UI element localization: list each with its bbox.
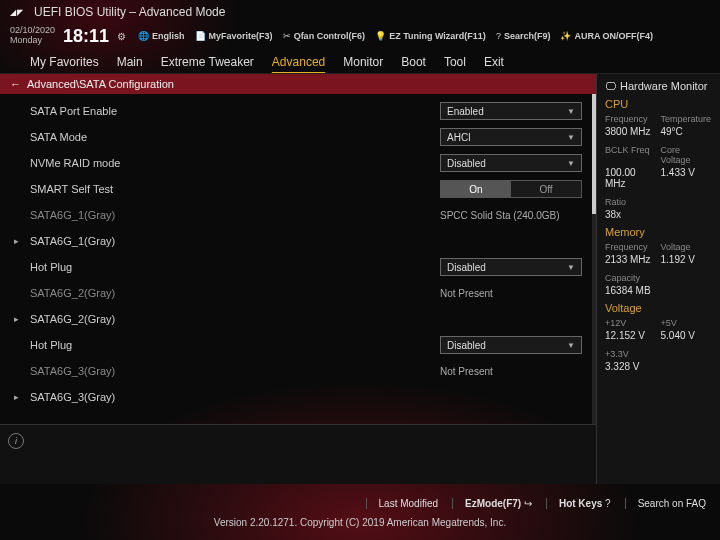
back-arrow-icon[interactable]: ← — [10, 78, 21, 90]
label: SATA6G_3(Gray) — [30, 391, 582, 403]
chevron-right-icon: ▸ — [14, 314, 19, 324]
footer: Last Modified EzMode(F7) ↪ Hot Keys ? Se… — [0, 494, 720, 540]
chevron-down-icon: ▼ — [567, 133, 575, 142]
chevron-down-icon: ▼ — [567, 263, 575, 272]
content-pane: ← Advanced\SATA Configuration SATA Port … — [0, 74, 596, 484]
row-sata6g3-info: SATA6G_3(Gray) Not Present — [0, 358, 596, 384]
row-sata6g1-header[interactable]: ▸ SATA6G_1(Gray) — [0, 228, 596, 254]
tab-extremetweaker[interactable]: Extreme Tweaker — [161, 55, 254, 69]
gear-icon[interactable]: ⚙ — [117, 31, 126, 42]
label: SATA Port Enable — [30, 105, 440, 117]
hwmon-title: 🖵Hardware Monitor — [605, 80, 712, 92]
label: SATA6G_1(Gray) — [30, 209, 440, 221]
label: SATA6G_2(Gray) — [30, 287, 440, 299]
label: SATA6G_1(Gray) — [30, 235, 582, 247]
search-faq-button[interactable]: Search on FAQ — [625, 498, 706, 509]
value: Not Present — [440, 366, 582, 377]
section-voltage: Voltage — [605, 302, 712, 314]
tab-tool[interactable]: Tool — [444, 55, 466, 69]
row-sata6g2-info: SATA6G_2(Gray) Not Present — [0, 280, 596, 306]
settings-list: SATA Port Enable Enabled▼ SATA Mode AHCI… — [0, 94, 596, 424]
label: SMART Self Test — [30, 183, 440, 195]
last-modified-button[interactable]: Last Modified — [366, 498, 438, 509]
description-panel: i — [0, 424, 596, 484]
row-hotplug-1[interactable]: Hot Plug Disabled▼ — [0, 254, 596, 280]
monitor-icon: 🖵 — [605, 80, 616, 92]
row-sata-mode[interactable]: SATA Mode AHCI▼ — [0, 124, 596, 150]
row-sata6g3-header[interactable]: ▸ SATA6G_3(Gray) — [0, 384, 596, 410]
scrollbar[interactable] — [592, 94, 596, 424]
row-sata-port-enable[interactable]: SATA Port Enable Enabled▼ — [0, 98, 596, 124]
row-sata6g1-info: SATA6G_1(Gray) SPCC Solid Sta (240.0GB) — [0, 202, 596, 228]
eztuning-button[interactable]: 💡 EZ Tuning Wizard(F11) — [375, 31, 486, 41]
tab-main[interactable]: Main — [117, 55, 143, 69]
row-hotplug-2[interactable]: Hot Plug Disabled▼ — [0, 332, 596, 358]
toggle-smart-self-test[interactable]: On Off — [440, 180, 582, 198]
toggle-on[interactable]: On — [441, 181, 511, 197]
hardware-monitor-panel: 🖵Hardware Monitor CPU FrequencyTemperatu… — [596, 74, 720, 484]
qfan-button[interactable]: ✂ Qfan Control(F6) — [283, 31, 366, 41]
value: Not Present — [440, 288, 582, 299]
label: Hot Plug — [30, 261, 440, 273]
ezmode-button[interactable]: EzMode(F7) ↪ — [452, 498, 532, 509]
toggle-off[interactable]: Off — [511, 181, 581, 197]
scrollbar-thumb[interactable] — [592, 94, 596, 214]
label: SATA6G_2(Gray) — [30, 313, 582, 325]
dropdown-nvme-raid[interactable]: Disabled▼ — [440, 154, 582, 172]
myfavorite-button[interactable]: 📄 MyFavorite(F3) — [195, 31, 273, 41]
info-bar: 02/10/2020 Monday 18:11 ⚙ 🌐 English 📄 My… — [0, 24, 720, 48]
label: SATA Mode — [30, 131, 440, 143]
copyright: Version 2.20.1271. Copyright (C) 2019 Am… — [0, 513, 720, 532]
dropdown-sata-port-enable[interactable]: Enabled▼ — [440, 102, 582, 120]
label: Hot Plug — [30, 339, 440, 351]
dropdown-hotplug-1[interactable]: Disabled▼ — [440, 258, 582, 276]
breadcrumb[interactable]: ← Advanced\SATA Configuration — [0, 74, 596, 94]
chevron-down-icon: ▼ — [567, 107, 575, 116]
tab-myfavorites[interactable]: My Favorites — [30, 55, 99, 69]
date-block: 02/10/2020 Monday — [10, 26, 55, 46]
chevron-down-icon: ▼ — [567, 341, 575, 350]
rog-logo: ◢◤ — [10, 8, 24, 17]
row-nvme-raid[interactable]: NVMe RAID mode Disabled▼ — [0, 150, 596, 176]
toolbar: 🌐 English 📄 MyFavorite(F3) ✂ Qfan Contro… — [138, 31, 653, 41]
tab-bar: My Favorites Main Extreme Tweaker Advanc… — [0, 48, 720, 74]
hotkeys-button[interactable]: Hot Keys ? — [546, 498, 611, 509]
aura-button[interactable]: ✨ AURA ON/OFF(F4) — [560, 31, 653, 41]
tab-boot[interactable]: Boot — [401, 55, 426, 69]
tab-advanced[interactable]: Advanced — [272, 55, 325, 69]
dropdown-hotplug-2[interactable]: Disabled▼ — [440, 336, 582, 354]
clock: 18:11 — [63, 26, 109, 47]
chevron-right-icon: ▸ — [14, 392, 19, 402]
info-icon: i — [8, 433, 24, 449]
dropdown-sata-mode[interactable]: AHCI▼ — [440, 128, 582, 146]
section-memory: Memory — [605, 226, 712, 238]
label: NVMe RAID mode — [30, 157, 440, 169]
tab-exit[interactable]: Exit — [484, 55, 504, 69]
title-bar: ◢◤ UEFI BIOS Utility – Advanced Mode — [0, 0, 720, 24]
chevron-right-icon: ▸ — [14, 236, 19, 246]
day-text: Monday — [10, 36, 55, 46]
value: SPCC Solid Sta (240.0GB) — [440, 210, 582, 221]
label: SATA6G_3(Gray) — [30, 365, 440, 377]
language-button[interactable]: 🌐 English — [138, 31, 185, 41]
search-button[interactable]: ? Search(F9) — [496, 31, 551, 41]
chevron-down-icon: ▼ — [567, 159, 575, 168]
section-cpu: CPU — [605, 98, 712, 110]
breadcrumb-text: Advanced\SATA Configuration — [27, 78, 174, 90]
row-smart-self-test[interactable]: SMART Self Test On Off — [0, 176, 596, 202]
app-title: UEFI BIOS Utility – Advanced Mode — [34, 5, 225, 19]
tab-monitor[interactable]: Monitor — [343, 55, 383, 69]
row-sata6g2-header[interactable]: ▸ SATA6G_2(Gray) — [0, 306, 596, 332]
